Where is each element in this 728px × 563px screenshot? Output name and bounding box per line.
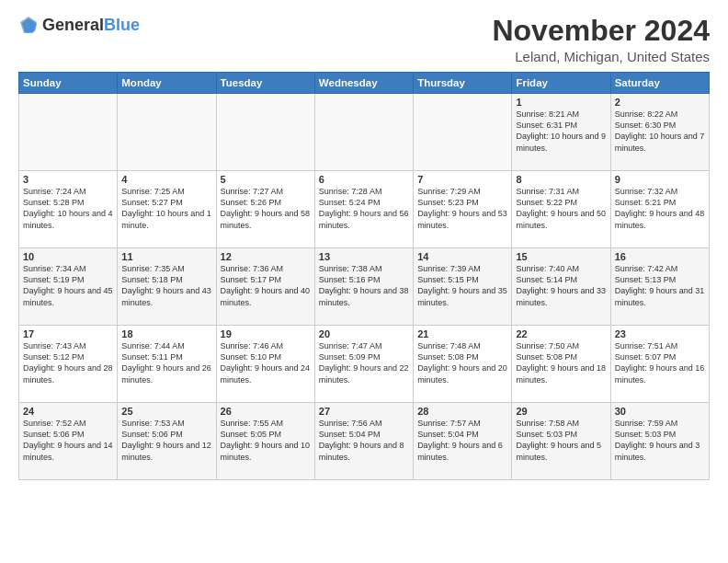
page-header: GeneralBlue November 2024 Leland, Michig… (18, 15, 710, 64)
table-row: 22Sunrise: 7:50 AM Sunset: 5:08 PM Dayli… (512, 326, 610, 403)
day-info: Sunrise: 7:55 AM Sunset: 5:05 PM Dayligh… (221, 418, 311, 463)
table-row: 8Sunrise: 7:31 AM Sunset: 5:22 PM Daylig… (512, 171, 610, 248)
day-info: Sunrise: 7:32 AM Sunset: 5:21 PM Dayligh… (615, 186, 705, 231)
day-info: Sunrise: 7:28 AM Sunset: 5:24 PM Dayligh… (319, 186, 409, 231)
table-row: 17Sunrise: 7:43 AM Sunset: 5:12 PM Dayli… (19, 326, 118, 403)
day-info: Sunrise: 7:47 AM Sunset: 5:09 PM Dayligh… (319, 340, 409, 385)
table-row: 9Sunrise: 7:32 AM Sunset: 5:21 PM Daylig… (610, 171, 709, 248)
day-number: 5 (221, 174, 311, 185)
logo-icon (18, 15, 39, 35)
table-row (118, 94, 216, 171)
table-row: 30Sunrise: 7:59 AM Sunset: 5:03 PM Dayli… (610, 403, 709, 480)
table-row: 21Sunrise: 7:48 AM Sunset: 5:08 PM Dayli… (414, 326, 512, 403)
day-info: Sunrise: 7:31 AM Sunset: 5:22 PM Dayligh… (516, 186, 606, 231)
day-info: Sunrise: 7:48 AM Sunset: 5:08 PM Dayligh… (417, 340, 507, 385)
table-row: 10Sunrise: 7:34 AM Sunset: 5:19 PM Dayli… (19, 248, 118, 326)
col-sunday: Sunday (19, 73, 118, 94)
table-row: 18Sunrise: 7:44 AM Sunset: 5:11 PM Dayli… (118, 326, 216, 403)
table-row: 13Sunrise: 7:38 AM Sunset: 5:16 PM Dayli… (314, 248, 413, 326)
table-row: 16Sunrise: 7:42 AM Sunset: 5:13 PM Dayli… (610, 248, 709, 326)
day-info: Sunrise: 7:53 AM Sunset: 5:06 PM Dayligh… (121, 418, 211, 463)
day-info: Sunrise: 7:38 AM Sunset: 5:16 PM Dayligh… (319, 263, 409, 308)
calendar-body: 1Sunrise: 8:21 AM Sunset: 6:31 PM Daylig… (19, 94, 710, 480)
day-number: 25 (121, 406, 211, 417)
table-row: 2Sunrise: 8:22 AM Sunset: 6:30 PM Daylig… (610, 94, 709, 171)
day-number: 14 (417, 251, 507, 262)
table-row: 12Sunrise: 7:36 AM Sunset: 5:17 PM Dayli… (216, 248, 314, 326)
table-row: 28Sunrise: 7:57 AM Sunset: 5:04 PM Dayli… (414, 403, 512, 480)
day-info: Sunrise: 7:24 AM Sunset: 5:28 PM Dayligh… (23, 186, 113, 231)
day-info: Sunrise: 7:35 AM Sunset: 5:18 PM Dayligh… (121, 263, 211, 308)
table-row: 1Sunrise: 8:21 AM Sunset: 6:31 PM Daylig… (512, 94, 610, 171)
day-info: Sunrise: 7:56 AM Sunset: 5:04 PM Dayligh… (319, 418, 409, 463)
day-info: Sunrise: 7:57 AM Sunset: 5:04 PM Dayligh… (417, 418, 507, 463)
day-info: Sunrise: 7:34 AM Sunset: 5:19 PM Dayligh… (23, 263, 113, 308)
col-wednesday: Wednesday (314, 73, 413, 94)
table-row (314, 94, 413, 171)
day-number: 4 (121, 174, 211, 185)
day-number: 28 (417, 406, 507, 417)
table-row: 20Sunrise: 7:47 AM Sunset: 5:09 PM Dayli… (314, 326, 413, 403)
day-number: 8 (516, 174, 606, 185)
day-info: Sunrise: 7:44 AM Sunset: 5:11 PM Dayligh… (121, 340, 211, 385)
table-row: 29Sunrise: 7:58 AM Sunset: 5:03 PM Dayli… (512, 403, 610, 480)
day-info: Sunrise: 7:42 AM Sunset: 5:13 PM Dayligh… (615, 263, 705, 308)
day-number: 19 (221, 328, 311, 339)
table-row: 4Sunrise: 7:25 AM Sunset: 5:27 PM Daylig… (118, 171, 216, 248)
day-number: 7 (417, 174, 507, 185)
day-number: 27 (319, 406, 409, 417)
day-info: Sunrise: 7:29 AM Sunset: 5:23 PM Dayligh… (417, 186, 507, 231)
day-number: 20 (319, 328, 409, 339)
day-info: Sunrise: 7:46 AM Sunset: 5:10 PM Dayligh… (221, 340, 311, 385)
day-number: 13 (319, 251, 409, 262)
day-info: Sunrise: 7:36 AM Sunset: 5:17 PM Dayligh… (221, 263, 311, 308)
table-row: 23Sunrise: 7:51 AM Sunset: 5:07 PM Dayli… (610, 326, 709, 403)
logo: GeneralBlue (18, 15, 140, 35)
day-info: Sunrise: 7:25 AM Sunset: 5:27 PM Dayligh… (121, 186, 211, 231)
calendar-table: Sunday Monday Tuesday Wednesday Thursday… (18, 72, 710, 480)
table-row: 19Sunrise: 7:46 AM Sunset: 5:10 PM Dayli… (216, 326, 314, 403)
day-number: 21 (417, 328, 507, 339)
day-info: Sunrise: 7:51 AM Sunset: 5:07 PM Dayligh… (615, 340, 705, 385)
day-number: 12 (221, 251, 311, 262)
col-monday: Monday (118, 73, 216, 94)
table-row (414, 94, 512, 171)
title-block: November 2024 Leland, Michigan, United S… (492, 15, 710, 64)
table-row: 11Sunrise: 7:35 AM Sunset: 5:18 PM Dayli… (118, 248, 216, 326)
table-row: 14Sunrise: 7:39 AM Sunset: 5:15 PM Dayli… (414, 248, 512, 326)
day-info: Sunrise: 8:21 AM Sunset: 6:31 PM Dayligh… (516, 109, 606, 154)
day-number: 22 (516, 328, 606, 339)
calendar-header: Sunday Monday Tuesday Wednesday Thursday… (19, 73, 710, 94)
day-number: 9 (615, 174, 705, 185)
day-info: Sunrise: 7:39 AM Sunset: 5:15 PM Dayligh… (417, 263, 507, 308)
logo-general: General (42, 16, 104, 34)
table-row: 7Sunrise: 7:29 AM Sunset: 5:23 PM Daylig… (414, 171, 512, 248)
month-year-title: November 2024 (492, 15, 710, 47)
day-number: 15 (516, 251, 606, 262)
day-number: 3 (23, 174, 113, 185)
table-row (19, 94, 118, 171)
day-number: 11 (121, 251, 211, 262)
day-number: 17 (23, 328, 113, 339)
table-row: 5Sunrise: 7:27 AM Sunset: 5:26 PM Daylig… (216, 171, 314, 248)
table-row: 24Sunrise: 7:52 AM Sunset: 5:06 PM Dayli… (19, 403, 118, 480)
table-row: 25Sunrise: 7:53 AM Sunset: 5:06 PM Dayli… (118, 403, 216, 480)
day-number: 23 (615, 328, 705, 339)
col-thursday: Thursday (414, 73, 512, 94)
day-info: Sunrise: 8:22 AM Sunset: 6:30 PM Dayligh… (615, 109, 705, 154)
logo-blue: Blue (104, 16, 140, 34)
day-number: 2 (615, 97, 705, 108)
day-number: 18 (121, 328, 211, 339)
day-info: Sunrise: 7:52 AM Sunset: 5:06 PM Dayligh… (23, 418, 113, 463)
day-number: 16 (615, 251, 705, 262)
day-number: 6 (319, 174, 409, 185)
table-row: 27Sunrise: 7:56 AM Sunset: 5:04 PM Dayli… (314, 403, 413, 480)
location-subtitle: Leland, Michigan, United States (492, 49, 710, 64)
col-saturday: Saturday (610, 73, 709, 94)
day-info: Sunrise: 7:43 AM Sunset: 5:12 PM Dayligh… (23, 340, 113, 385)
day-number: 10 (23, 251, 113, 262)
col-friday: Friday (512, 73, 610, 94)
day-info: Sunrise: 7:50 AM Sunset: 5:08 PM Dayligh… (516, 340, 606, 385)
day-number: 26 (221, 406, 311, 417)
col-tuesday: Tuesday (216, 73, 314, 94)
